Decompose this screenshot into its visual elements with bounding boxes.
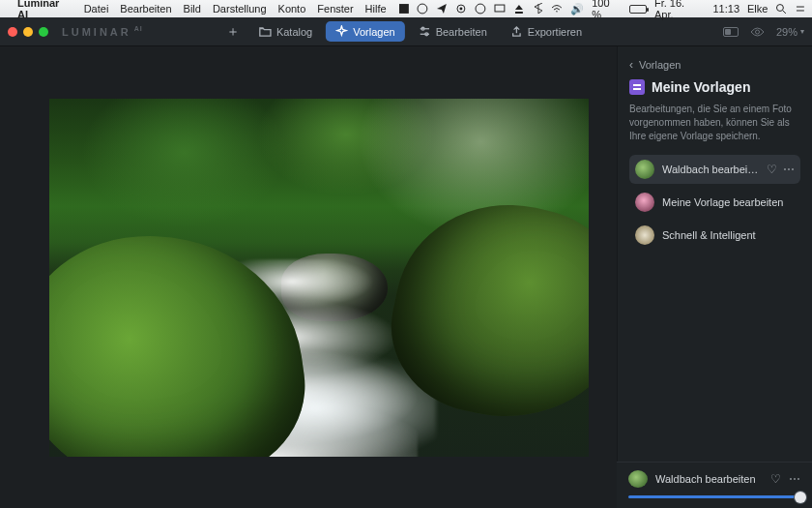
menu-view[interactable]: Darstellung [213,3,267,15]
battery-icon[interactable] [629,5,647,14]
window-close[interactable] [8,27,17,37]
volume-icon[interactable]: 🔊 [570,3,584,15]
zoom-percent[interactable]: 29% [776,26,798,38]
breadcrumb-label: Vorlagen [639,59,681,71]
macos-menubar: Luminar AI Datei Bearbeiten Bild Darstel… [0,0,812,17]
more-icon[interactable]: ⋯ [783,163,795,176]
templates-icon [629,79,645,95]
template-item-waldbach[interactable]: Waldbach bearbeiten ♡ ⋯ [629,155,800,184]
settings-icon[interactable] [455,3,467,15]
tab-katalog[interactable]: Katalog [249,21,322,42]
cloud-icon[interactable] [417,3,428,15]
menu-help[interactable]: Hilfe [365,3,387,15]
eject-icon[interactable] [513,3,525,15]
tab-katalog-label: Katalog [276,26,312,38]
window-zoom[interactable] [39,27,48,37]
brand-suffix: AI [134,25,143,32]
svg-point-3 [460,8,463,11]
compare-toggle[interactable] [723,27,739,37]
app-toolbar: LUMINARAI ＋ Katalog Vorlagen Bearbeiten … [0,17,812,46]
tab-exportieren-label: Exportieren [528,26,582,38]
menu-file[interactable]: Datei [84,3,109,15]
app-menu[interactable]: Luminar AI [17,0,72,20]
template-thumb [635,160,654,179]
template-item-schnell[interactable]: Schnell & Intelligent [629,221,800,250]
chevron-left-icon: ‹ [629,58,633,72]
svg-rect-0 [399,4,409,14]
tab-bearbeiten[interactable]: Bearbeiten [409,21,497,42]
favorite-icon[interactable]: ♡ [767,163,777,176]
tab-vorlagen-label: Vorlagen [353,26,394,38]
menubar-user[interactable]: Elke [747,3,768,15]
update-icon[interactable] [475,3,486,15]
bottom-template-label: Waldbach bearbeiten [655,473,763,485]
template-label: Schnell & Intelligent [662,229,795,241]
menu-edit[interactable]: Bearbeiten [120,3,171,15]
canvas [0,46,617,508]
tab-exportieren[interactable]: Exportieren [501,21,592,42]
status-icon[interactable] [398,3,410,15]
svg-point-6 [777,5,784,12]
tab-vorlagen[interactable]: Vorlagen [326,21,404,42]
template-item-meine-vorlage[interactable]: Meine Vorlage bearbeiten [629,188,800,217]
bottom-thumb [628,470,648,488]
window-minimize[interactable] [23,27,33,37]
menu-account[interactable]: Konto [278,3,306,15]
menu-window[interactable]: Fenster [317,3,353,15]
preview-eye-icon[interactable] [750,26,765,38]
volume-percent: 100 % [592,0,622,20]
svg-rect-5 [495,5,505,12]
template-label: Meine Vorlage bearbeiten [662,196,795,208]
display-icon[interactable] [494,3,506,15]
control-center-icon[interactable] [795,3,806,15]
window-controls [8,27,48,37]
folder-icon [259,25,272,38]
telegram-icon[interactable] [436,3,448,15]
template-thumb [635,193,654,212]
sidebar: ‹ Vorlagen Meine Vorlagen Bearbeitungen,… [617,46,812,508]
intensity-slider[interactable] [628,495,800,498]
content-area: ‹ Vorlagen Meine Vorlagen Bearbeitungen,… [0,46,812,508]
bluetooth-icon[interactable] [533,3,544,15]
sidebar-title: Meine Vorlagen [652,79,750,95]
svg-line-7 [783,11,786,14]
chevron-down-icon[interactable]: ▾ [800,27,804,36]
app-brand: LUMINARAI [62,25,143,38]
spotlight-icon[interactable] [775,3,787,15]
sparkle-icon [335,25,348,38]
menu-image[interactable]: Bild [184,3,201,15]
bottom-favorite-icon[interactable]: ♡ [770,472,781,486]
templates-list: Waldbach bearbeiten ♡ ⋯ Meine Vorlage be… [629,155,800,250]
tab-bearbeiten-label: Bearbeiten [436,26,487,38]
menubar-date: Fr. 16. Apr. [654,0,705,20]
wifi-icon[interactable] [551,3,563,15]
sidebar-description: Bearbeitungen, die Sie an einem Foto vor… [629,103,800,143]
breadcrumb-back[interactable]: ‹ Vorlagen [629,58,800,72]
svg-point-1 [418,4,427,14]
slider-thumb[interactable] [795,492,806,503]
sliders-icon [419,25,431,38]
brand-name: LUMINAR [62,26,131,38]
template-label: Waldbach bearbeiten [662,164,759,175]
svg-point-4 [476,4,485,14]
export-icon [510,25,523,38]
template-thumb [635,225,654,245]
bottom-more-icon[interactable]: ⋯ [789,472,800,486]
add-button[interactable]: ＋ [220,23,246,41]
bottom-bar: Waldbach bearbeiten ♡ ⋯ [617,462,812,508]
svg-point-14 [755,30,759,34]
menubar-time: 11:13 [712,3,740,15]
canvas-image[interactable] [49,99,589,457]
